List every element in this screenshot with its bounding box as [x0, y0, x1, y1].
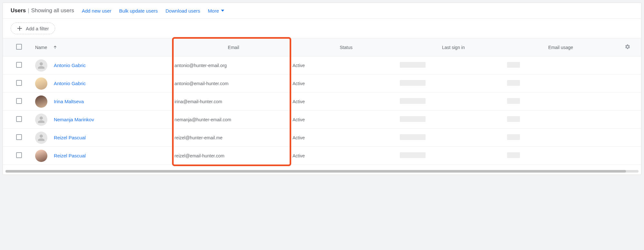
user-email: reizel@hunter-email.me — [175, 135, 223, 140]
select-all-checkbox[interactable] — [16, 44, 22, 50]
breadcrumb: Users | Showing all users — [11, 7, 74, 14]
redacted-value — [400, 116, 426, 122]
table-row[interactable]: Nemanja Marinkovnemanja@hunter-email.com… — [3, 111, 641, 129]
user-name-link[interactable]: Antonio Gabric — [54, 81, 86, 86]
table-header-row: Name Email Status Last sign in Email usa… — [3, 38, 641, 56]
redacted-value — [507, 62, 520, 68]
user-status: Active — [293, 81, 305, 86]
avatar — [35, 150, 47, 162]
user-email: antonio@hunter-email.org — [175, 63, 227, 68]
user-email: irina@email-hunter.com — [175, 99, 222, 104]
more-label: More — [208, 8, 219, 14]
user-status: Active — [293, 63, 305, 68]
avatar — [35, 59, 47, 72]
row-checkbox[interactable] — [16, 62, 22, 68]
redacted-value — [400, 80, 426, 86]
filter-bar: Add a filter — [3, 19, 641, 38]
user-status: Active — [293, 117, 305, 122]
user-status: Active — [293, 135, 305, 140]
user-name-link[interactable]: Reizel Pascual — [54, 153, 86, 158]
table-row[interactable]: Irina Maltsevairina@email-hunter.comActi… — [3, 93, 641, 111]
user-email: nemanja@hunter-email.com — [175, 117, 231, 122]
row-checkbox[interactable] — [16, 116, 22, 122]
redacted-value — [507, 152, 520, 158]
table-row[interactable]: Antonio Gabricantonio@email-hunter.comAc… — [3, 75, 641, 93]
add-filter-button[interactable]: Add a filter — [11, 23, 55, 34]
redacted-value — [507, 98, 520, 104]
table-row[interactable]: Reizel Pascualreizel@hunter-email.meActi… — [3, 129, 641, 147]
download-users-link[interactable]: Download users — [166, 8, 200, 14]
table-row[interactable]: Antonio Gabricantonio@hunter-email.orgAc… — [3, 56, 641, 75]
user-name-link[interactable]: Reizel Pascual — [54, 135, 86, 140]
redacted-value — [400, 98, 426, 104]
col-status-label[interactable]: Status — [340, 45, 353, 50]
redacted-value — [400, 134, 426, 140]
row-checkbox[interactable] — [16, 98, 22, 104]
col-email-label[interactable]: Email — [228, 45, 239, 50]
add-user-link[interactable]: Add new user — [82, 8, 111, 14]
col-usage-label[interactable]: Email usage — [548, 45, 573, 50]
col-name-label[interactable]: Name — [35, 45, 47, 50]
more-dropdown[interactable]: More — [208, 8, 224, 14]
redacted-value — [507, 80, 520, 86]
bulk-update-link[interactable]: Bulk update users — [119, 8, 158, 14]
page-subtitle: Showing all users — [31, 7, 74, 14]
redacted-value — [507, 116, 520, 122]
user-name-link[interactable]: Irina Maltseva — [54, 99, 84, 104]
page-title: Users — [11, 7, 26, 14]
users-table: Name Email Status Last sign in Email usa… — [3, 38, 641, 165]
plus-icon — [17, 25, 23, 31]
sort-ascending-icon[interactable] — [53, 45, 57, 50]
user-status: Active — [293, 153, 305, 158]
add-filter-label: Add a filter — [26, 26, 49, 31]
row-checkbox[interactable] — [16, 152, 22, 158]
gear-icon[interactable] — [625, 45, 630, 51]
scrollbar-thumb[interactable] — [5, 170, 626, 173]
avatar — [35, 95, 47, 108]
breadcrumb-separator: | — [28, 7, 29, 14]
col-signin-label[interactable]: Last sign in — [442, 45, 465, 50]
user-email: antonio@email-hunter.com — [175, 81, 229, 86]
user-name-link[interactable]: Nemanja Marinkov — [54, 117, 94, 122]
toolbar: Users | Showing all users Add new user B… — [3, 3, 641, 19]
chevron-down-icon — [221, 10, 224, 12]
redacted-value — [400, 152, 426, 158]
row-checkbox[interactable] — [16, 134, 22, 140]
avatar — [35, 77, 47, 90]
avatar — [35, 114, 47, 126]
user-email: reizel@email-hunter.com — [175, 153, 225, 158]
user-status: Active — [293, 99, 305, 104]
avatar — [35, 132, 47, 144]
redacted-value — [400, 62, 426, 68]
horizontal-scrollbar[interactable] — [5, 170, 639, 173]
table-row[interactable]: Reizel Pascualreizel@email-hunter.comAct… — [3, 147, 641, 165]
user-name-link[interactable]: Antonio Gabric — [54, 63, 86, 68]
redacted-value — [507, 134, 520, 140]
row-checkbox[interactable] — [16, 80, 22, 86]
